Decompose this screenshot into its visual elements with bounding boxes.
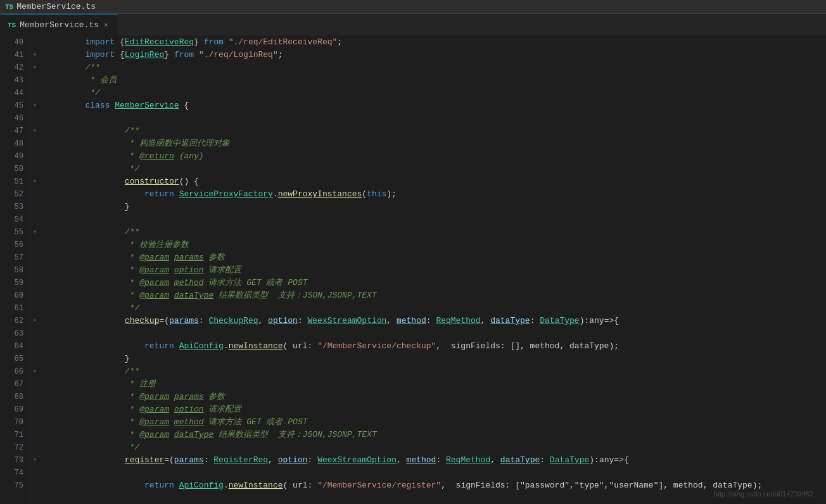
line-number: 55 [0,226,23,239]
fold-indicator[interactable]: ▾ [30,454,39,467]
code-line: class MemberService { [46,99,817,112]
code-token: * [46,277,139,289]
code-token [174,188,179,201]
code-token: : [199,315,209,327]
line-number: 73 [0,454,23,467]
code-token: ReqMethod [436,315,480,327]
scrollbar-track[interactable] [817,36,826,504]
line-number: 65 [0,353,23,365]
code-token: , [397,454,407,467]
fold-indicator[interactable]: ▾ [30,125,39,137]
tab-bar: TS MemberService.ts × [0,14,826,36]
file-tab[interactable]: TS MemberService.ts × [0,14,118,35]
code-token: method [174,277,204,289]
line-number: 67 [0,378,23,391]
code-line: * @return {any} [46,150,817,163]
code-token: () { [179,175,199,188]
code-token [169,391,174,403]
code-line: * @param method 请求方法 GET 或者 POST [46,277,817,289]
code-token: ( url: [283,340,318,353]
code-token [46,99,85,112]
code-token: option [278,454,308,467]
fold-indicator[interactable]: ▾ [30,226,39,239]
code-line: * @param option 请求配置 [46,403,817,416]
code-token: @param [139,429,169,441]
code-token: { [115,36,125,49]
line-number: 50 [0,163,23,175]
fold-indicator [30,416,39,429]
code-token: params [174,251,204,264]
code-line: import {EditReceiveReq} from "./req/Edit… [46,36,817,49]
fold-indicator [30,340,39,353]
code-token: option [268,315,298,327]
fold-indicator[interactable]: ▾ [30,49,39,61]
code-token: /** [125,125,139,137]
line-number: 41 [0,49,23,61]
code-token: class [85,99,110,112]
code-token: EditReceiveReq [125,36,194,49]
code-token: ReqMethod [446,454,490,467]
code-token [169,403,174,416]
code-token: ServiceProxyFactory [179,188,273,201]
code-token [169,264,174,277]
fold-indicator[interactable]: ▾ [30,61,39,74]
code-token: {any} [179,150,204,163]
fold-indicator [30,201,39,213]
code-token: : [426,315,436,327]
fold-indicator [30,327,39,340]
code-token [46,49,85,61]
code-line: * @param params 参数 [46,391,817,403]
code-token [46,365,125,378]
fold-indicator[interactable]: ▾ [30,365,39,378]
line-number: 52 [0,188,23,201]
code-token: @param [139,251,169,264]
code-token: dataType [174,429,213,441]
code-token: } [164,49,174,61]
code-token: : [530,315,540,327]
line-number: 75 [0,479,23,492]
code-token: 请求配置 [204,403,242,416]
code-token: */ [46,87,100,99]
code-token: : [308,454,318,467]
code-token [46,61,85,74]
code-line: /** [46,125,817,137]
code-token: register [125,454,164,467]
tab-close-button[interactable]: × [103,21,110,30]
code-token: option [174,403,204,416]
code-token: import [85,49,115,61]
code-token: . [224,340,229,353]
code-token: * 校验注册参数 [46,239,189,251]
code-token: * 会员 [46,74,117,87]
code-line: import {LoginReq} from "./req/LoginReq"; [46,49,817,61]
line-number: 63 [0,327,23,340]
fold-indicator [30,264,39,277]
code-token: . [224,479,229,492]
code-token: * [46,391,139,403]
code-token [169,429,174,441]
fold-indicator[interactable]: ▾ [30,175,39,188]
line-number: 42 [0,61,23,74]
code-line: * @param option 请求配置 [46,264,817,277]
tab-label: MemberService.ts [20,20,99,30]
code-token: DataType [550,454,589,467]
code-token: * [46,264,139,277]
fold-indicator[interactable]: ▾ [30,99,39,112]
code-line: * 校验注册参数 [46,239,817,251]
code-token [224,36,229,49]
code-token [174,340,179,353]
code-token [169,289,174,302]
fold-indicator[interactable]: ▾ [30,315,39,327]
code-line: } [46,201,817,213]
code-token: @param [139,416,169,429]
code-token: : [204,454,214,467]
code-token [46,36,85,49]
line-number: 64 [0,340,23,353]
code-token: WeexStreamOption [317,454,397,467]
code-token: @param [139,391,169,403]
code-line [46,467,817,479]
code-token: this [367,188,386,201]
code-token: ):any=>{ [589,454,628,467]
code-token: */ [46,163,139,175]
code-token: "/MemberService/register" [317,479,441,492]
line-number: 45 [0,99,23,112]
